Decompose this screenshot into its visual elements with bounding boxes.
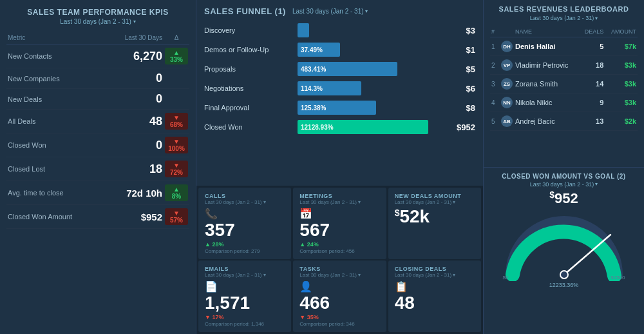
metric-label: New Contacts — [6, 44, 105, 68]
lb-rank: 1 — [490, 37, 500, 56]
gauge-period[interactable]: Last 30 days (Jan 2 - 31) ▾ — [490, 181, 638, 188]
metric-value: 0 — [105, 89, 164, 110]
stat-comparison: Comparison period: 279 — [205, 248, 285, 254]
funnel-section: SALES FUNNEL (1) Last 30 days (Jan 2 - 3… — [196, 0, 483, 186]
middle-panel: SALES FUNNEL (1) Last 30 days (Jan 2 - 3… — [196, 0, 483, 334]
gauge-value: $952 — [490, 190, 638, 207]
lb-name: Nikola Nikic — [514, 93, 580, 112]
metric-label: Closed Won Amount — [6, 205, 105, 229]
lb-period[interactable]: Last 30 days (Jan 2 - 31) ▾ — [490, 15, 638, 21]
stat-card-period[interactable]: Last 30 days (Jan 2 - 31) ▾ — [395, 199, 475, 205]
avatar: VP — [501, 59, 513, 71]
stat-value: 567 — [299, 221, 379, 239]
funnel-row: Discovery$3 — [204, 21, 475, 39]
stats-row-1: CALLS Last 30 days (Jan 2 - 31) ▾ 📞 357 … — [198, 188, 481, 259]
gauge-chart — [500, 210, 629, 281]
stat-card-title: CALLS — [205, 193, 285, 199]
table-row: Closed Won0▼ 100% — [6, 133, 189, 157]
gauge-label-left: $0 — [503, 275, 509, 280]
stat-card-title: NEW DEALS AMOUNT — [395, 193, 475, 199]
lb-amount: $3k — [605, 93, 638, 112]
stat-value: 1,571 — [205, 294, 285, 312]
funnel-period[interactable]: Last 30 days (Jan 2 - 31) ▾ — [292, 8, 368, 15]
metric-label: New Deals — [6, 89, 105, 110]
stat-card-period[interactable]: Last 30 days (Jan 2 - 31) ▾ — [395, 272, 475, 278]
funnel-amount: $1 — [443, 45, 475, 55]
funnel-amount: $3 — [443, 26, 475, 35]
stat-card-period[interactable]: Last 30 days (Jan 2 - 31) ▾ — [299, 272, 379, 278]
lb-title: SALES REVENUES LEADERBOARD — [490, 5, 638, 13]
metric-value: 18 — [105, 157, 164, 181]
funnel-stage-label: Negotiations — [204, 84, 294, 92]
lb-deals: 18 — [580, 56, 605, 75]
funnel-stage-label: Proposals — [204, 65, 294, 73]
metric-change: ▼ 100% — [164, 133, 189, 157]
lb-table-row: 2 VP Vladimir Petrovic 18 $3k — [490, 56, 638, 75]
funnel-bar-label: 114.3% — [301, 85, 323, 92]
metric-value: 6,270 — [105, 44, 164, 68]
funnel-title: SALES FUNNEL (1) — [204, 6, 286, 16]
lb-table: # NAME DEALS AMOUNT 1 DH Denis Hallai 5 … — [490, 26, 638, 131]
stat-value: 48 — [395, 294, 475, 312]
metric-change — [164, 89, 189, 110]
chevron-down-icon: ▾ — [365, 8, 368, 14]
funnel-amount: $8 — [443, 103, 475, 113]
col-last30: Last 30 Days — [105, 32, 164, 44]
stat-comparison: Comparison period: 456 — [299, 248, 379, 254]
funnel-bar: 114.3% — [298, 81, 361, 95]
kpi-period[interactable]: Last 30 days (Jan 2 - 31) ▾ — [6, 18, 189, 25]
lb-table-row: 5 AB Andrej Bacic 13 $2k — [490, 112, 638, 131]
funnel-amount: $5 — [443, 64, 475, 74]
funnel-row: Negotiations114.3%$6 — [204, 79, 475, 97]
lb-col-avatar — [500, 26, 514, 37]
funnel-bar: 483.41% — [298, 62, 397, 76]
stat-change: ▲ 28% — [205, 241, 285, 248]
funnel-bar-label: 483.41% — [301, 66, 326, 73]
funnel-bar: 125.38% — [298, 101, 376, 115]
metric-label: Closed Lost — [6, 157, 105, 181]
lb-rank: 3 — [490, 75, 500, 93]
lb-avatar: AB — [500, 112, 514, 131]
lb-rank: 4 — [490, 93, 500, 112]
stat-card: MEETINGS Last 30 days (Jan 2 - 31) ▾ 📅 5… — [293, 188, 386, 259]
table-row: All Deals48▼ 68% — [6, 110, 189, 133]
stat-value: $52k — [395, 208, 475, 226]
lb-deals: 13 — [580, 112, 605, 131]
metric-label: Closed Won — [6, 133, 105, 157]
funnel-bar-label: 12128.93% — [301, 124, 334, 131]
lb-col-amount: AMOUNT — [605, 26, 638, 37]
metric-value: $952 — [105, 205, 164, 229]
stat-card-icon: 📋 — [395, 280, 475, 293]
lb-name: Denis Hallai — [514, 37, 580, 56]
metric-change: ▼ 72% — [164, 157, 189, 181]
chevron-down-icon: ▾ — [358, 272, 361, 278]
stat-card-period[interactable]: Last 30 days (Jan 2 - 31) ▾ — [205, 272, 285, 278]
avatar: AB — [501, 115, 513, 127]
stat-card-period[interactable]: Last 30 days (Jan 2 - 31) ▾ — [205, 199, 285, 205]
chevron-down-icon: ▾ — [263, 199, 266, 205]
right-panel: SALES REVENUES LEADERBOARD Last 30 days … — [483, 0, 644, 334]
funnel-row: Closed Won12128.93%$952 — [204, 118, 475, 136]
funnel-bar-container: 125.38% — [298, 101, 440, 115]
funnel-stage-label: Demos or Follow-Up — [204, 46, 294, 54]
lb-name: Vladimir Petrovic — [514, 56, 580, 75]
lb-amount: $3k — [605, 75, 638, 93]
avatar: ZS — [501, 78, 513, 90]
dashboard: SALES TEAM PERFORMANCE KPIS Last 30 days… — [0, 0, 644, 334]
lb-name: Andrej Bacic — [514, 112, 580, 131]
stat-card-period[interactable]: Last 30 days (Jan 2 - 31) ▾ — [299, 199, 379, 205]
stat-card: TASKS Last 30 days (Jan 2 - 31) ▾ 👤 466 … — [293, 260, 386, 332]
lb-rank: 5 — [490, 112, 500, 131]
funnel-stage-label: Closed Won — [204, 123, 294, 131]
metric-change: ▲ 8% — [164, 181, 189, 205]
lb-amount: $2k — [605, 112, 638, 131]
table-row: Closed Won Amount$952▼ 57% — [6, 205, 189, 229]
lb-avatar: VP — [500, 56, 514, 75]
stat-card: CALLS Last 30 days (Jan 2 - 31) ▾ 📞 357 … — [198, 188, 291, 259]
table-row: Avg. time to close72d 10h▲ 8% — [6, 181, 189, 205]
lb-avatar: DH — [500, 37, 514, 56]
stat-card-title: CLOSING DEALS — [395, 266, 475, 272]
stat-card: NEW DEALS AMOUNT Last 30 days (Jan 2 - 3… — [388, 188, 481, 259]
chevron-down-icon: ▾ — [595, 15, 598, 21]
stat-change: ▼ 17% — [205, 314, 285, 320]
